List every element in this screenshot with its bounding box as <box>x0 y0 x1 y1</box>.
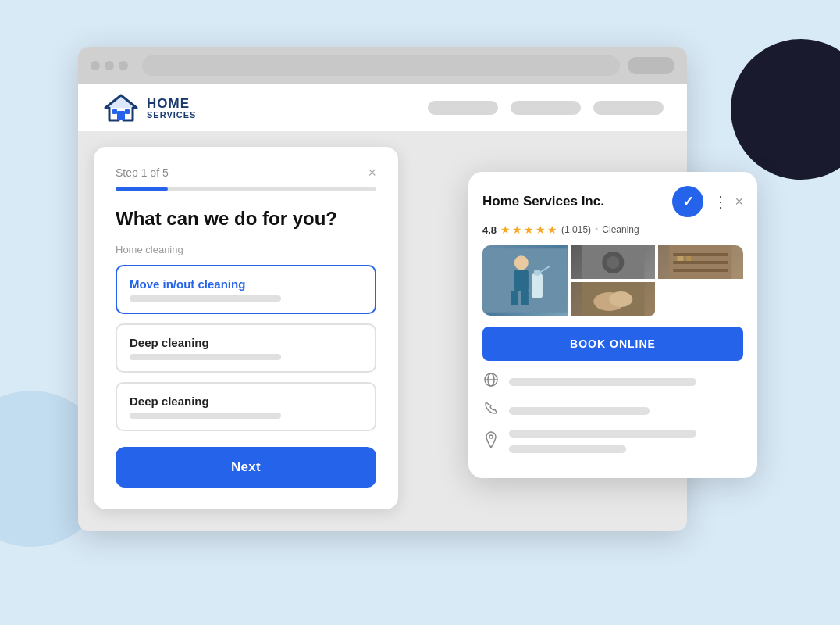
cleaning-image-svg <box>482 245 568 316</box>
svg-rect-8 <box>511 291 518 305</box>
card-address-line-2 <box>509 445 626 453</box>
wizard-option-deep2-title: Deep cleaning <box>130 395 362 408</box>
svg-marker-1 <box>105 95 137 108</box>
svg-rect-18 <box>674 261 728 264</box>
card-image-gallery <box>482 245 743 316</box>
logo-services-label: SERVICES <box>147 110 196 120</box>
card-phone-line <box>509 407 650 415</box>
svg-rect-4 <box>125 109 130 114</box>
svg-rect-3 <box>112 109 117 114</box>
browser-dot-3 <box>119 61 128 70</box>
card-check-button[interactable]: ✓ <box>672 186 703 217</box>
nav-item-2 <box>511 101 581 115</box>
card-dot-separator: • <box>595 224 598 235</box>
wizard-progress-fill <box>116 188 168 191</box>
browser-dots <box>91 61 128 70</box>
star-3: ★ <box>524 223 534 236</box>
wizard-option-move-line <box>130 295 281 302</box>
card-rating-score: 4.8 <box>482 224 497 236</box>
wizard-title: What can we do for you? <box>116 208 376 230</box>
card-image-main <box>482 245 568 316</box>
logo-home-label: HOME <box>147 97 196 110</box>
location-icon <box>482 431 500 452</box>
card-website-line <box>509 378 696 386</box>
svg-point-6 <box>514 255 529 270</box>
wizard-section-label: Home cleaning <box>116 244 376 255</box>
nav-item-3 <box>593 101 664 115</box>
browser-dot-2 <box>105 61 114 70</box>
check-icon: ✓ <box>682 193 694 210</box>
svg-point-15 <box>607 256 619 269</box>
wizard-option-move-title: Move in/out cleaning <box>130 277 362 291</box>
card-review-count: (1,015) <box>561 224 591 235</box>
svg-rect-20 <box>678 256 684 261</box>
svg-rect-19 <box>674 269 728 272</box>
svg-rect-21 <box>687 256 692 261</box>
wizard-option-deep1-title: Deep cleaning <box>130 336 362 349</box>
vacuum-image-svg <box>571 245 656 279</box>
book-online-button[interactable]: BOOK ONLINE <box>482 327 743 361</box>
home-services-logo-icon <box>101 92 141 123</box>
wizard-option-deep1-line <box>130 354 281 360</box>
card-phone-lines <box>509 407 743 415</box>
hands-image-svg <box>571 282 656 316</box>
star-4: ★ <box>536 223 546 236</box>
browser-dot-1 <box>91 61 100 70</box>
card-website-row <box>482 372 743 391</box>
card-phone-row <box>482 401 743 420</box>
wizard-option-move-in-out[interactable]: Move in/out cleaning <box>116 265 376 314</box>
wizard-close-button[interactable]: × <box>368 166 376 180</box>
card-close-button[interactable]: × <box>735 194 743 210</box>
card-address-row <box>482 430 743 453</box>
card-image-hands <box>571 282 656 316</box>
browser-address-bar[interactable] <box>142 55 620 76</box>
wizard-progress-bar <box>116 188 376 191</box>
star-2: ★ <box>512 223 522 236</box>
card-business-name: Home Services Inc. <box>482 194 664 209</box>
card-rating: 4.8 ★ ★ ★ ★ ★ (1,015) • Cleaning <box>482 223 743 236</box>
card-website-lines <box>509 378 743 386</box>
wizard-step-label: Step 1 of 5 <box>116 166 169 179</box>
globe-icon <box>482 372 500 391</box>
svg-rect-9 <box>521 291 529 305</box>
card-category: Cleaning <box>602 224 639 235</box>
wizard-modal: Step 1 of 5 × What can we do for you? Ho… <box>94 147 398 509</box>
logo-text: HOME SERVICES <box>147 97 196 120</box>
svg-rect-7 <box>514 270 529 291</box>
card-address-lines <box>509 430 743 453</box>
browser-logo-bar: HOME SERVICES <box>78 84 687 131</box>
svg-rect-10 <box>532 273 543 298</box>
card-more-button[interactable]: ⋮ <box>710 192 731 211</box>
browser-nav-btn <box>628 57 674 74</box>
star-1: ★ <box>500 223 511 236</box>
card-stars: ★ ★ ★ ★ ★ <box>500 223 557 236</box>
svg-point-28 <box>489 435 493 438</box>
wizard-option-deep-1[interactable]: Deep cleaning <box>116 323 376 373</box>
card-address-line-1 <box>509 430 696 438</box>
svg-rect-17 <box>674 253 728 256</box>
wizard-next-button[interactable]: Next <box>116 447 376 488</box>
card-image-vacuum <box>571 245 656 279</box>
business-card-popup: Home Services Inc. ✓ ⋮ × 4.8 ★ ★ ★ ★ ★ (… <box>468 172 757 478</box>
card-image-shelf <box>658 245 743 279</box>
wizard-option-deep2-line <box>130 412 281 419</box>
bg-circle-right <box>731 39 840 180</box>
shelf-image-svg <box>658 245 743 279</box>
svg-point-24 <box>609 291 632 307</box>
wizard-option-deep-2[interactable]: Deep cleaning <box>116 382 376 431</box>
phone-icon <box>482 401 500 420</box>
nav-item-1 <box>428 101 498 115</box>
wizard-header: Step 1 of 5 × <box>116 166 376 180</box>
svg-rect-2 <box>117 111 125 120</box>
card-header: Home Services Inc. ✓ ⋮ × <box>482 186 743 217</box>
browser-topbar <box>78 47 687 84</box>
star-5: ★ <box>547 223 557 236</box>
